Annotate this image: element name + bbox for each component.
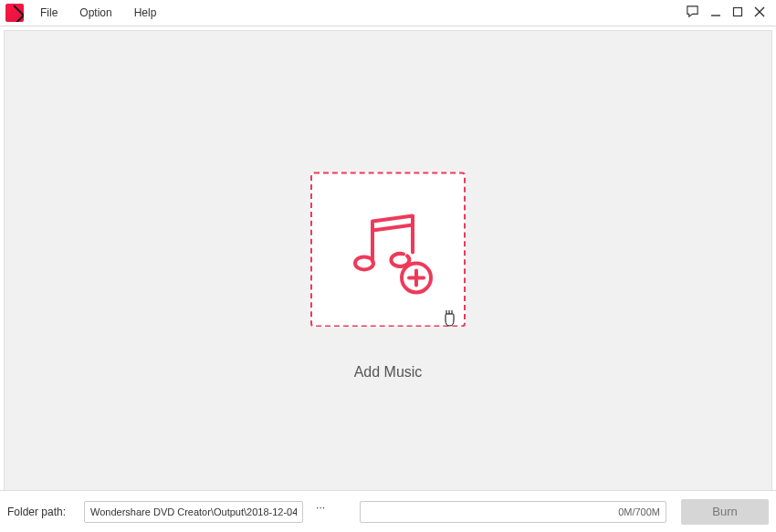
menu-file[interactable]: File <box>29 6 68 19</box>
workspace: Add Music <box>4 30 772 494</box>
feedback-icon[interactable] <box>686 5 699 22</box>
add-music-label: Add Music <box>354 364 423 381</box>
menu-items: File Option Help <box>29 6 167 19</box>
menu-bar: File Option Help <box>0 0 776 26</box>
minimize-icon[interactable] <box>710 5 721 21</box>
burn-button[interactable]: Burn <box>681 499 769 525</box>
folder-path-label: Folder path: <box>7 506 66 518</box>
browse-folder-button[interactable]: ··· <box>312 501 329 523</box>
app-logo-icon <box>5 4 24 22</box>
close-icon[interactable] <box>754 5 765 21</box>
maximize-icon[interactable] <box>732 5 743 21</box>
svg-rect-1 <box>734 8 742 16</box>
menu-option[interactable]: Option <box>68 6 122 19</box>
add-music-dropzone[interactable] <box>310 172 466 327</box>
size-progress-text: 0M/700M <box>618 506 660 517</box>
svg-line-4 <box>372 224 413 230</box>
menu-help[interactable]: Help <box>123 6 168 19</box>
music-plus-icon <box>338 197 438 301</box>
folder-path-input[interactable] <box>84 501 303 523</box>
size-progress-bar: 0M/700M <box>360 501 666 523</box>
bottom-bar: Folder path: ··· 0M/700M Burn <box>0 490 776 532</box>
window-controls <box>686 5 772 22</box>
svg-point-5 <box>355 256 373 269</box>
